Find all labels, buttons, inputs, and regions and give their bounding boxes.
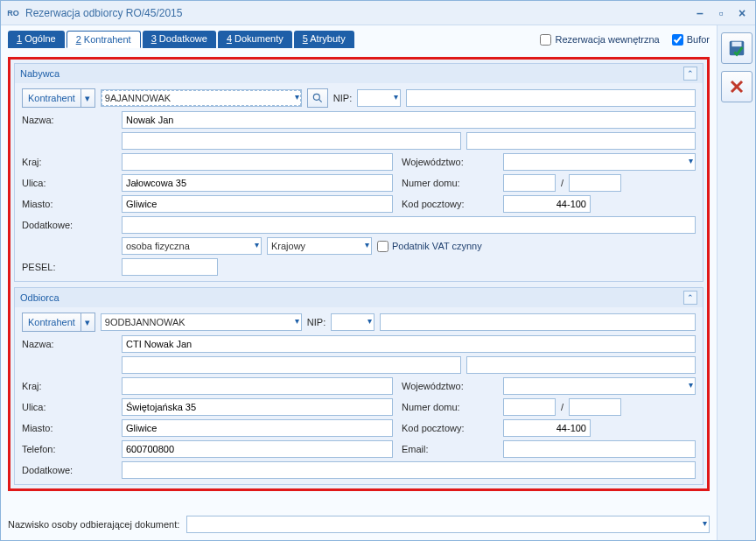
nabywca-slash-label: / (561, 178, 564, 188)
collapse-nabywca-icon[interactable]: ⌃ (683, 67, 697, 81)
nabywca-zasieg-select[interactable]: Krajowy (267, 237, 372, 255)
nabywca-nip-input[interactable] (406, 89, 696, 107)
buffer-checkbox[interactable] (672, 34, 683, 46)
tab-kontrahent[interactable]: 2 Kontrahent (66, 31, 141, 48)
odbiorca-nazwa2-input[interactable] (122, 356, 461, 374)
nabywca-kod-pocztowy-input[interactable] (503, 195, 591, 213)
body-area: 1 Ogólne 2 Kontrahent 3 Dodatkowe 4 Doku… (1, 25, 755, 540)
tab-atrybuty[interactable]: 5 Atrybuty (294, 31, 354, 48)
svg-point-0 (313, 94, 319, 100)
nabywca-kontrahent-code: 9AJANNOWAK (105, 93, 171, 103)
odbiorca-kontrahent-button-dropdown[interactable]: ▾ (81, 313, 95, 332)
odbiorca-wojewodztwo-select[interactable] (503, 377, 696, 395)
group-odbiorca: Odbiorca ⌃ Kontrahent ▾ 9ODBJANNOWAK (14, 287, 704, 485)
odbiorca-nazwa-input[interactable] (122, 335, 696, 353)
odbiorca-nazwa-label: Nazwa: (22, 339, 116, 349)
nabywca-nazwa-input[interactable] (122, 111, 696, 129)
tab-dokumenty[interactable]: 4 Dokumenty (218, 31, 292, 48)
group-nabywca: Nabywca ⌃ Kontrahent ▾ 9AJANNOWAK (14, 63, 704, 282)
nabywca-pesel-input[interactable] (122, 258, 218, 276)
odbiorca-ulica-input[interactable] (122, 398, 393, 416)
odbiorca-kontrahent-button[interactable]: Kontrahent (22, 313, 81, 332)
odbiorca-kod-pocztowy-input[interactable] (503, 419, 591, 437)
nabywca-kod-pocztowy-label: Kod pocztowy: (402, 199, 498, 209)
app-icon: RO (6, 6, 20, 20)
odbiorca-numer-domu-label: Numer domu: (402, 402, 498, 412)
close-window-button[interactable]: × (734, 7, 750, 19)
nabywca-vat-czynny-checkbox[interactable] (377, 241, 388, 252)
recipient-name-select[interactable] (186, 516, 710, 533)
group-odbiorca-title: Odbiorca (20, 292, 60, 303)
minimize-button[interactable]: – (692, 7, 708, 19)
odbiorca-miasto-input[interactable] (122, 419, 393, 437)
internal-reservation-checkbox[interactable] (540, 34, 551, 46)
window-title: Rezerwacja odbiorcy RO/45/2015 (25, 7, 692, 19)
nabywca-nip-prefix-select[interactable] (357, 89, 401, 107)
buffer-checkbox-row[interactable]: Bufor (672, 34, 710, 46)
nabywca-ulica-input[interactable] (122, 174, 393, 192)
nabywca-nazwa3-input[interactable] (466, 132, 696, 150)
group-nabywca-header: Nabywca ⌃ (15, 64, 703, 83)
nabywca-miasto-label: Miasto: (22, 199, 116, 209)
svg-rect-3 (732, 42, 741, 47)
group-nabywca-title: Nabywca (20, 68, 60, 79)
bottom-recipient-row: Nazwisko osoby odbierającej dokument: (8, 509, 710, 537)
nabywca-vat-czynny-row[interactable]: Podatnik VAT czynny (377, 241, 482, 252)
recipient-name-label: Nazwisko osoby odbierającej dokument: (8, 519, 179, 530)
nabywca-miasto-input[interactable] (122, 195, 393, 213)
nabywca-nazwa-label: Nazwa: (22, 115, 116, 125)
odbiorca-telefon-input[interactable] (122, 440, 393, 458)
nabywca-kraj-input[interactable] (122, 153, 393, 171)
tabs: 1 Ogólne 2 Kontrahent 3 Dodatkowe 4 Doku… (8, 31, 354, 48)
odbiorca-nip-label: NIP: (307, 317, 326, 327)
side-actions (717, 25, 755, 540)
collapse-odbiorca-icon[interactable]: ⌃ (683, 291, 697, 305)
odbiorca-kontrahent-code: 9ODBJANNOWAK (105, 317, 186, 327)
odbiorca-nazwa3-input[interactable] (466, 356, 696, 374)
titlebar: RO Rezerwacja odbiorcy RO/45/2015 – ▫ × (1, 1, 755, 25)
nabywca-typ-osoby-select[interactable]: osoba fizyczna (122, 237, 262, 255)
nabywca-dodatkowe-input[interactable] (122, 216, 696, 234)
odbiorca-nip-input[interactable] (380, 313, 696, 331)
odbiorca-email-input[interactable] (503, 440, 696, 458)
nabywca-lookup-icon[interactable] (307, 88, 328, 108)
internal-reservation-checkbox-row[interactable]: Rezerwacja wewnętrzna (540, 34, 659, 46)
tabs-row: 1 Ogólne 2 Kontrahent 3 Dodatkowe 4 Doku… (8, 31, 710, 48)
nabywca-nr-lokalu-input[interactable] (569, 174, 621, 192)
odbiorca-kraj-input[interactable] (122, 377, 393, 395)
nabywca-vat-czynny-label: Podatnik VAT czynny (392, 241, 482, 251)
nabywca-dodatkowe-label: Dodatkowe: (22, 220, 116, 230)
tab-ogolne[interactable]: 1 Ogólne (8, 31, 65, 48)
group-nabywca-body: Kontrahent ▾ 9AJANNOWAK NIP: (15, 83, 703, 281)
highlight-nabywca-odbiorca: Nabywca ⌃ Kontrahent ▾ 9AJANNOWAK (8, 57, 710, 491)
odbiorca-nr-lokalu-input[interactable] (569, 398, 621, 416)
odbiorca-kontrahent-code-select[interactable]: 9ODBJANNOWAK (101, 313, 302, 331)
save-button[interactable] (721, 32, 752, 64)
nabywca-ulica-label: Ulica: (22, 178, 116, 188)
group-odbiorca-header: Odbiorca ⌃ (15, 288, 703, 307)
odbiorca-telefon-label: Telefon: (22, 444, 116, 454)
odbiorca-ulica-label: Ulica: (22, 402, 116, 412)
odbiorca-miasto-label: Miasto: (22, 423, 116, 433)
nabywca-nazwa2-input[interactable] (122, 132, 461, 150)
window-controls: – ▫ × (692, 7, 750, 19)
odbiorca-nip-prefix-select[interactable] (331, 313, 374, 331)
buffer-label: Bufor (687, 34, 710, 45)
odbiorca-dodatkowe-input[interactable] (122, 461, 696, 479)
odbiorca-nr-domu-input[interactable] (503, 398, 556, 416)
nabywca-numer-domu-label: Numer domu: (402, 178, 498, 188)
nabywca-nip-label: NIP: (333, 93, 352, 103)
nabywca-kontrahent-button-dropdown[interactable]: ▾ (81, 88, 95, 108)
nabywca-pesel-label: PESEL: (22, 262, 116, 272)
odbiorca-dodatkowe-label: Dodatkowe: (22, 465, 116, 475)
maximize-button[interactable]: ▫ (713, 7, 729, 19)
nabywca-nr-domu-input[interactable] (503, 174, 556, 192)
cancel-button[interactable] (721, 71, 752, 102)
odbiorca-slash-label: / (561, 402, 564, 412)
nabywca-kontrahent-button[interactable]: Kontrahent (22, 88, 81, 108)
odbiorca-email-label: Email: (402, 444, 498, 454)
nabywca-kontrahent-code-select[interactable]: 9AJANNOWAK (101, 89, 302, 107)
nabywca-wojewodztwo-select[interactable] (503, 153, 696, 171)
tab-dodatkowe[interactable]: 3 Dodatkowe (143, 31, 216, 48)
svg-line-1 (318, 99, 321, 102)
